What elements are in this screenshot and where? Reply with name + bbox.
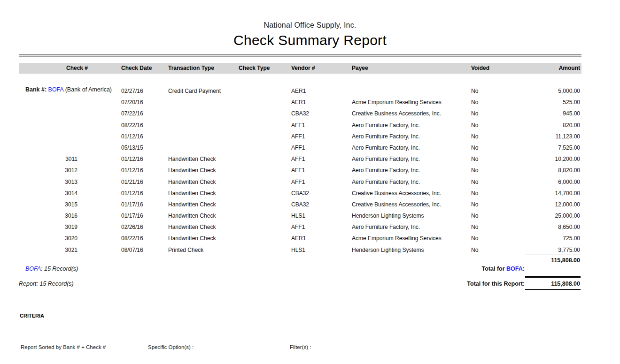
cell-vendor-number-link[interactable]: AFF1 (291, 142, 305, 153)
column-header-voided: Voided (471, 63, 489, 74)
cell-vendor-number-link[interactable]: AFF1 (291, 221, 305, 233)
cell-voided: No (471, 97, 478, 108)
cell-check-date: 08/22/16 (121, 233, 143, 244)
cell-amount: 820.00 (563, 120, 580, 131)
cell-vendor-number-link[interactable]: AER1 (291, 97, 306, 108)
table-header-bar: Check # Check Date Transaction Type Chec… (19, 63, 581, 74)
report-total-amount: 115,808.00 (551, 280, 580, 288)
cell-amount: 525.00 (563, 97, 580, 108)
cell-voided: No (471, 210, 478, 221)
cell-vendor-number-link[interactable]: AER1 (291, 85, 306, 97)
cell-vendor-number-link[interactable]: AFF1 (291, 165, 305, 176)
column-header-check-date: Check Date (121, 63, 152, 74)
cell-vendor-number-link[interactable]: CBA32 (291, 188, 309, 199)
table-row: 3021 08/07/16 Printed Check HLS1 Henders… (19, 244, 581, 256)
cell-check-date: 01/17/16 (121, 210, 143, 221)
cell-check-date: 05/13/15 (121, 142, 143, 153)
cell-voided: No (471, 85, 478, 97)
cell-transaction-type-link[interactable]: Handwritten Check (168, 176, 216, 188)
cell-transaction-type-link[interactable]: Handwritten Check (168, 188, 216, 199)
cell-payee: Aero Furniture Factory, Inc. (352, 142, 420, 153)
cell-vendor-number-link[interactable]: CBA32 (291, 199, 309, 210)
cell-amount: 25,000.00 (555, 210, 580, 221)
cell-vendor-number-link[interactable]: HLS1 (291, 210, 305, 221)
cell-payee: Creative Business Accessories, Inc. (352, 199, 441, 210)
cell-voided: No (471, 108, 478, 119)
report-title: Check Summary Report (0, 32, 620, 48)
cell-transaction-type-link[interactable]: Handwritten Check (168, 199, 216, 210)
table-row: 05/13/15 AFF1 Aero Furniture Factory, In… (19, 142, 581, 153)
table-row: 07/22/16 CBA32 Creative Business Accesso… (19, 108, 581, 119)
cell-transaction-type-link[interactable]: Credit Card Payment (168, 85, 221, 97)
cell-check-number: 3015 (19, 199, 78, 210)
cell-check-date: 01/12/16 (121, 165, 143, 176)
table-row: 3013 01/21/16 Handwritten Check AFF1 Aer… (19, 176, 581, 188)
bank-record-count-code[interactable]: BOFA (25, 265, 41, 272)
cell-check-number: 3021 (19, 244, 78, 256)
table-row: 3016 01/17/16 Handwritten Check HLS1 Hen… (19, 210, 581, 221)
cell-check-date: 02/26/16 (121, 221, 143, 233)
cell-voided: No (471, 142, 478, 153)
cell-transaction-type-link[interactable]: Printed Check (168, 244, 203, 256)
cell-amount: 11,123.00 (556, 131, 581, 142)
bank-total-label-suffix: : (523, 265, 525, 272)
cell-vendor-number-link[interactable]: AFF1 (291, 120, 305, 131)
cell-transaction-type-link[interactable]: Handwritten Check (168, 210, 216, 221)
cell-vendor-number-link[interactable]: HLS1 (291, 244, 305, 256)
cell-check-date: 07/20/16 (121, 97, 143, 108)
cell-voided: No (471, 131, 478, 142)
table-row: 3019 02/26/16 Handwritten Check AFF1 Aer… (19, 221, 581, 233)
cell-check-date: 08/22/16 (121, 120, 143, 131)
table-row: 3020 08/22/16 Handwritten Check AER1 Acm… (19, 233, 581, 244)
cell-check-date: 02/27/16 (121, 85, 143, 97)
cell-voided: No (471, 188, 478, 199)
cell-payee: Henderson Lighting Systems (352, 210, 424, 221)
criteria-sort-column: Report Sorted by Bank # + Check # (21, 330, 106, 364)
cell-voided: No (471, 244, 478, 256)
bank-total-label: Total for BOFA: (475, 256, 525, 281)
cell-vendor-number-link[interactable]: AER1 (291, 233, 306, 244)
cell-payee: Aero Furniture Factory, Inc. (352, 153, 420, 165)
cell-amount: 10,200.00 (555, 153, 580, 165)
cell-vendor-number-link[interactable]: AFF1 (291, 153, 305, 165)
table-row: 01/12/16 AFF1 Aero Furniture Factory, In… (19, 131, 581, 142)
cell-transaction-type-link[interactable]: Handwritten Check (168, 153, 216, 165)
cell-transaction-type-link[interactable]: Handwritten Check (168, 233, 216, 244)
bank-total-label-prefix: Total for (482, 265, 507, 272)
bank-total-amount: 115,808.00 (551, 256, 580, 265)
criteria-heading: CRITERIA (20, 313, 44, 318)
cell-check-date: 01/17/16 (121, 199, 143, 210)
cell-amount: 6,000.00 (558, 176, 580, 188)
column-header-check-type: Check Type (239, 63, 270, 74)
cell-voided: No (471, 153, 478, 165)
cell-amount: 945.00 (563, 108, 580, 119)
cell-transaction-type-link[interactable]: Handwritten Check (168, 221, 216, 233)
cell-check-number: 3016 (19, 210, 78, 221)
cell-check-date: 01/21/16 (121, 176, 143, 188)
cell-payee: Creative Business Accessories, Inc. (352, 188, 441, 199)
criteria-options-title: Specific Option(s) : (148, 344, 256, 351)
cell-amount: 3,775.00 (558, 244, 580, 256)
cell-vendor-number-link[interactable]: AFF1 (291, 131, 305, 142)
cell-vendor-number-link[interactable]: AFF1 (291, 176, 305, 188)
cell-amount: 7,525.00 (558, 142, 580, 153)
cell-vendor-number-link[interactable]: CBA32 (291, 108, 309, 119)
cell-payee: Creative Business Accessories, Inc. (352, 108, 441, 119)
cell-check-number: 3020 (19, 233, 78, 244)
column-header-vendor-number: Vendor # (291, 63, 315, 74)
cell-amount: 8,650.00 (558, 221, 580, 233)
table-row: 3011 01/12/16 Handwritten Check AFF1 Aer… (19, 153, 581, 165)
table-rows: 02/27/16 Credit Card Payment AER1 No 5,0… (19, 85, 581, 256)
report-total-rule-bottom (525, 289, 581, 290)
cell-amount: 8,820.00 (558, 165, 580, 176)
title-divider-rule (19, 54, 581, 57)
table-row: 3015 01/17/16 Handwritten Check CBA32 Cr… (19, 199, 581, 210)
bank-total-label-code[interactable]: BOFA (506, 265, 523, 272)
bank-group-header: Bank #: BOFA (Bank of America) (19, 76, 112, 85)
check-summary-report-page: National Office Supply, Inc. Check Summa… (0, 0, 620, 364)
cell-transaction-type-link[interactable]: Handwritten Check (168, 165, 216, 176)
column-header-payee: Payee (352, 63, 368, 74)
cell-check-date: 01/12/16 (121, 131, 143, 142)
column-header-amount: Amount (559, 63, 580, 74)
cell-check-date: 01/12/16 (121, 153, 143, 165)
